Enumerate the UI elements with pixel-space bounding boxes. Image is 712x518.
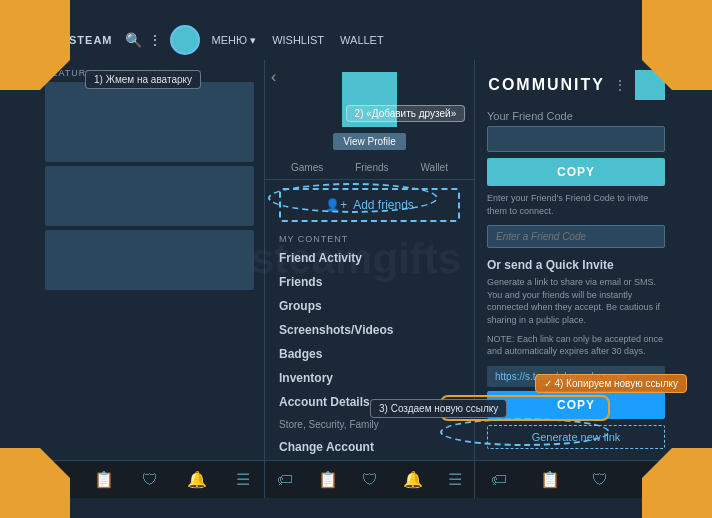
content-area: FEATURED & RECOMMENDED 🏷 📋 🛡 🔔 ☰ ‹ 2) «Д…: [35, 60, 677, 498]
add-friends-icon: 👤+: [325, 198, 347, 212]
checkmark-icon: ✓: [544, 378, 552, 389]
annotation-1: 1) Жмем на аватарку: [85, 70, 201, 89]
quick-invite-title: Or send a Quick Invite: [487, 258, 665, 272]
link-friends[interactable]: Friends: [279, 270, 460, 294]
nav-shield-icon[interactable]: 🛡: [142, 471, 158, 489]
m-nav-menu-icon[interactable]: ☰: [448, 470, 462, 489]
enter-friend-code-input[interactable]: [487, 225, 665, 248]
sidebar-links: Friend Activity Friends Groups Screensho…: [265, 246, 474, 459]
nav-wallet[interactable]: WALLET: [332, 34, 392, 46]
annotation-4-container: ✓ 4) Копируем новую ссылку: [535, 374, 687, 393]
annotation-3-container: 3) Создаем новую ссылку: [370, 399, 507, 418]
annotation-4-box: ✓ 4) Копируем новую ссылку: [535, 374, 687, 393]
note-text: NOTE: Each link can only be accepted onc…: [487, 333, 665, 358]
steam-header: STEAM 🔍 ⋮ МЕНЮ WISHLIST WALLET: [35, 20, 677, 60]
left-panel: FEATURED & RECOMMENDED 🏷 📋 🛡 🔔 ☰: [35, 60, 265, 498]
nav-bell-icon[interactable]: 🔔: [187, 470, 207, 489]
link-screenshots[interactable]: Screenshots/Videos: [279, 318, 460, 342]
add-friends-button[interactable]: 👤+ Add friends: [279, 188, 460, 222]
c-nav-library-icon[interactable]: 📋: [540, 470, 560, 489]
account-details-sub: Store, Security, Family: [279, 414, 379, 435]
add-friends-label: Add friends: [353, 198, 414, 212]
middle-bottom-nav: 🏷 📋 🛡 🔔 ☰: [265, 460, 474, 498]
profile-header: View Profile: [265, 60, 474, 156]
community-header: COMMUNITY ⋮: [475, 60, 677, 110]
m-nav-bell-icon[interactable]: 🔔: [403, 470, 423, 489]
copy-button-1[interactable]: COPY: [487, 158, 665, 186]
c-nav-store-icon[interactable]: 🏷: [491, 471, 507, 489]
steam-title: STEAM: [69, 34, 113, 46]
tab-wallet[interactable]: Wallet: [417, 160, 452, 175]
annotation-3-box: 3) Создаем новую ссылку: [370, 399, 507, 418]
profile-avatar[interactable]: [342, 72, 397, 127]
m-nav-store-icon[interactable]: 🏷: [277, 471, 293, 489]
featured-games: [35, 82, 264, 290]
m-nav-library-icon[interactable]: 📋: [318, 470, 338, 489]
more-options-icon[interactable]: ⋮: [148, 32, 162, 48]
my-content-label: MY CONTENT: [265, 230, 474, 246]
quick-invite-text: Generate a link to share via email or SM…: [487, 276, 665, 326]
link-friend-activity[interactable]: Friend Activity: [279, 246, 460, 270]
nav-library-icon[interactable]: 📋: [94, 470, 114, 489]
link-inventory[interactable]: Inventory: [279, 366, 460, 390]
tab-games[interactable]: Games: [287, 160, 327, 175]
nav-wishlist[interactable]: WISHLIST: [264, 34, 332, 46]
search-icon[interactable]: 🔍: [125, 32, 142, 48]
link-groups[interactable]: Groups: [279, 294, 460, 318]
generate-link-button[interactable]: Generate new link: [487, 425, 665, 449]
account-details-label: Account Details: [279, 390, 379, 414]
community-title: COMMUNITY: [488, 76, 605, 94]
nav-menu[interactable]: МЕНЮ: [204, 34, 265, 47]
m-nav-shield-icon[interactable]: 🛡: [362, 471, 378, 489]
community-more-icon[interactable]: ⋮: [613, 77, 627, 93]
tab-friends[interactable]: Friends: [351, 160, 392, 175]
c-nav-shield-icon[interactable]: 🛡: [592, 471, 608, 489]
game-thumb-2[interactable]: [45, 166, 254, 226]
back-button[interactable]: ‹: [271, 68, 276, 86]
view-profile-button[interactable]: View Profile: [333, 133, 406, 150]
link-badges[interactable]: Badges: [279, 342, 460, 366]
steam-nav: МЕНЮ WISHLIST WALLET: [204, 26, 392, 54]
profile-tabs: Games Friends Wallet: [265, 156, 474, 180]
main-container: STEAM 🔍 ⋮ МЕНЮ WISHLIST WALLET 1) Жмем н…: [35, 20, 677, 498]
game-thumb-1[interactable]: [45, 82, 254, 162]
friend-code-label: Your Friend Code: [487, 110, 665, 122]
right-panel: COMMUNITY ⋮ Your Friend Code COPY Enter …: [475, 60, 677, 498]
link-change-account[interactable]: Change Account: [279, 435, 460, 459]
middle-panel: ‹ 2) «Добавить друзей» View Profile Game…: [265, 60, 475, 498]
invite-text: Enter your Friend's Friend Code to invit…: [487, 192, 665, 217]
steam-avatar-button[interactable]: [170, 25, 200, 55]
nav-menu-icon[interactable]: ☰: [236, 470, 250, 489]
game-thumb-3[interactable]: [45, 230, 254, 290]
annotation-4-text: 4) Копируем новую ссылку: [554, 378, 678, 389]
annotation-1-box: 1) Жмем на аватарку: [85, 70, 201, 89]
copy-button-2[interactable]: COPY: [487, 391, 665, 419]
friend-code-input[interactable]: [487, 126, 665, 152]
